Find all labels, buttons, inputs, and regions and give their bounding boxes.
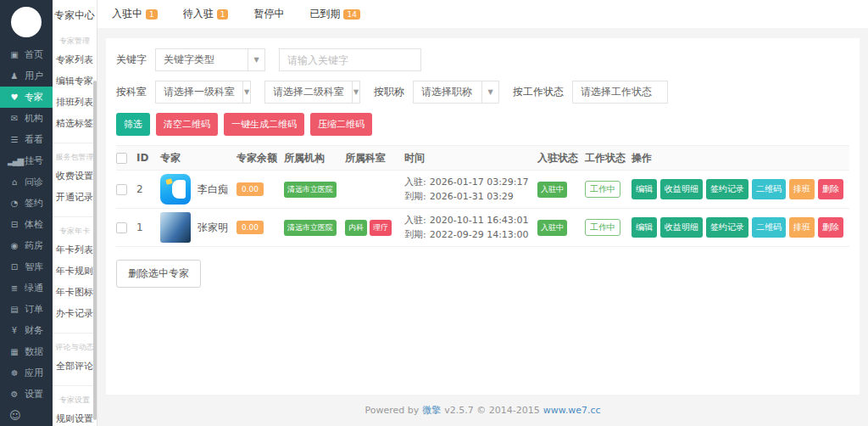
org-badge[interactable]: 清远市立医院 [284,220,337,236]
dept-label: 按科室 [116,85,147,99]
column-header: 操作 [632,151,849,165]
row-id: 2 [136,183,160,195]
submenu-item[interactable]: 年卡列表 [53,239,97,261]
sidebar-item-home[interactable]: ▣首页 [0,44,53,65]
submenu-item[interactable]: 办卡记录 [53,303,97,324]
inbox-icon: ⊟ [8,220,19,229]
select-value: 请选择职称 [414,85,480,99]
title-label: 按职称 [374,85,404,99]
keyword-type-select[interactable]: 关键字类型 ▼ [155,48,265,71]
bulk-delete-button[interactable]: 删除选中专家 [116,260,201,288]
sidebar-item-label: 用户 [25,70,43,82]
tab-residing[interactable]: 入驻中1 [99,0,170,28]
submenu-sections: 专家管理专家列表编辑专家排班列表精选标签服务包管理收费设置开通记录专家年卡年卡列… [53,31,97,426]
delete-button[interactable]: 删除 [818,179,843,199]
footer-link[interactable]: www.we7.cc [543,405,601,416]
sidebar-item-register[interactable]: ▂▄▆挂号 [0,150,53,171]
delete-button[interactable]: 删除 [818,217,843,238]
sidebar-item-pharmacy[interactable]: ◉药房 [0,235,53,256]
edit-button[interactable]: 编辑 [632,179,657,199]
qrcode-button[interactable]: 二维码 [752,217,786,238]
generate-qrcode-button[interactable]: 一键生成二维码 [224,113,304,136]
keyword-input[interactable] [279,48,421,71]
filter-row-selects: 按科室 请选择一级科室 ▼ 请选择二级科室 ▼ 按职称 请选择职称 ▼ 按工作状… [116,81,849,104]
sidebar-item-library[interactable]: ⊡智库 [0,256,53,277]
chevron-down-icon: ▼ [481,81,498,103]
dept-badge[interactable]: 理疗 [370,220,392,236]
sidebar-item-label: 药房 [25,239,43,252]
sidebar-item-data[interactable]: ▦数据 [0,341,53,362]
status-badge: 入驻中 [537,220,567,236]
expert-name: 张家明 [198,221,228,235]
sidebar-item-checkup[interactable]: ⊟体检 [0,214,53,235]
tab-badge: 14 [343,9,359,20]
earnings-button[interactable]: 收益明细 [660,179,703,199]
tab-label: 待入驻 [183,7,214,21]
submenu-item[interactable]: 专家列表 [53,49,97,70]
sign-records-button[interactable]: 签约记录 [706,217,748,238]
work-status-select[interactable]: 请选择工作状态 [572,81,668,104]
submenu-item[interactable]: 收费设置 [53,165,97,187]
submenu-item[interactable]: 全部评论 [53,356,97,377]
sidebar-item-finance[interactable]: ¥财务 [0,320,53,341]
header-checkbox-cell [116,153,136,164]
column-header: 专家余额 [236,151,284,165]
sidebar-item-settings[interactable]: ⚙设置 [0,384,53,405]
row-checkbox[interactable] [116,184,127,195]
tab-paused[interactable]: 暂停中 [241,0,297,28]
submenu-item[interactable]: 精选标签 [53,113,97,134]
sidebar-item-orders[interactable]: ▤订单 [0,299,53,320]
submenu-item[interactable]: 开通记录 [53,187,97,208]
submenu-item[interactable]: 编辑专家 [53,70,97,92]
earnings-button[interactable]: 收益明细 [660,217,703,238]
clear-qrcode-button[interactable]: 清空二维码 [156,113,218,136]
sidebar-item-users[interactable]: ♟用户 [0,65,53,87]
submenu-item[interactable]: 排班列表 [53,92,97,113]
sidebar-item-experts[interactable]: ♥专家 [0,87,53,108]
sign-records-button[interactable]: 签约记录 [706,179,748,199]
schedule-button[interactable]: 排班 [789,217,815,238]
tab-pending[interactable]: 待入驻1 [170,0,242,28]
list-icon: ▤ [8,305,19,314]
sidebar-item-kankan[interactable]: ☰看看 [0,129,53,150]
submenu-scrollbar[interactable] [93,81,97,420]
submenu-item[interactable]: 年卡规则 [53,261,97,282]
tab-expired[interactable]: 已到期14 [297,0,372,28]
select-value: 关键字类型 [156,53,222,67]
submenu-section-header: 专家年卡 [53,222,97,239]
select-value: 请选择工作状态 [573,85,659,99]
edit-button[interactable]: 编辑 [632,217,657,238]
sidebar-item-label: 应用 [25,367,43,379]
sidebar-item-contract[interactable]: ◔签约 [0,193,53,214]
filter-button[interactable]: 筛选 [116,113,150,136]
filter-row-keyword: 关键字 关键字类型 ▼ [116,48,849,71]
compress-qrcode-button[interactable]: 压缩二维码 [310,113,372,136]
sidebar-item-consult[interactable]: ⌂问诊 [0,171,53,193]
submenu-item[interactable]: 规则设置 [53,408,97,426]
schedule-button[interactable]: 排班 [789,179,815,199]
user-avatar[interactable] [11,7,42,37]
sidebar-item-orgs[interactable]: ✉机构 [0,108,53,129]
qrcode-button[interactable]: 二维码 [752,179,786,199]
footer-text: Powered by [364,405,419,416]
select-all-checkbox[interactable] [116,153,127,164]
time-value: 2022-09-29 14:13:00 [430,229,529,240]
row-checkbox[interactable] [116,222,127,233]
brand-link[interactable]: 微擎 [422,404,441,417]
title-select[interactable]: 请选择职称 ▼ [413,81,499,104]
dept-level1-select[interactable]: 请选择一级科室 ▼ [155,81,251,104]
submenu-item[interactable]: 年卡图标 [53,282,97,303]
org-badge[interactable]: 清远市立医院 [284,182,337,198]
sidebar-item-apps[interactable]: ☸应用 [0,362,53,384]
account-icon[interactable]: ☺ [9,409,21,422]
expert-avatar[interactable] [160,212,191,243]
dept-badge[interactable]: 内科 [345,220,367,236]
page-footer: Powered by 微擎 v2.5.7 © 2014-2015 www.we7… [97,395,868,426]
expert-avatar[interactable] [160,174,191,205]
work-status-badge: 工作中 [585,219,620,236]
dept-level2-select[interactable]: 请选择二级科室 ▼ [264,81,360,104]
sidebar-item-greenway[interactable]: ≣绿通 [0,277,53,299]
submenu-section-header: 服务包管理 [53,149,97,165]
table-header: ID专家专家余额所属机构所属科室时间入驻状态工作状态操作 [116,145,849,171]
sidebar-item-label: 设置 [25,388,43,401]
